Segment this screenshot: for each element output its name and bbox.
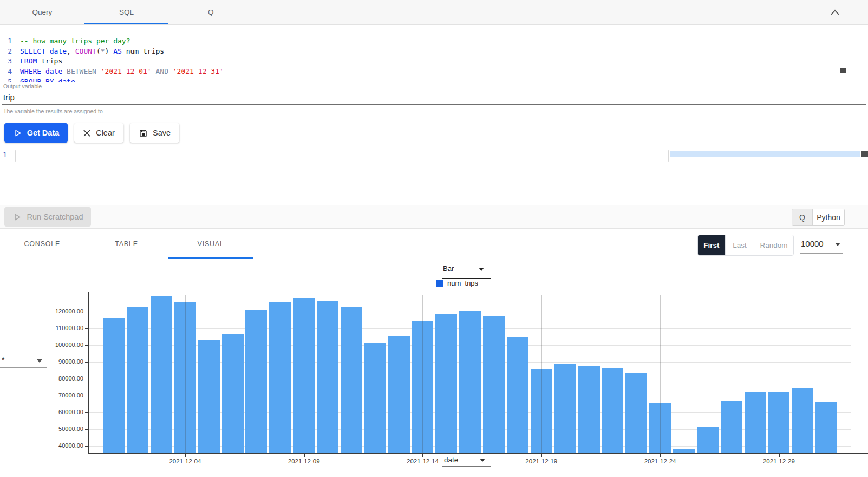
output-variable-input[interactable] [2,91,848,103]
line-number: 5 [0,77,12,82]
x-gridline [185,295,186,453]
x-axis-field-select[interactable]: date [442,455,491,467]
tab-visual[interactable]: VISUAL [168,229,253,259]
tab-table[interactable]: TABLE [84,229,169,259]
clear-label: Clear [96,128,115,137]
chevron-up-icon [829,8,841,17]
tab-console-label: CONSOLE [24,240,60,248]
save-label: Save [153,128,171,137]
x-tick-label: 2021-12-19 [517,458,566,465]
bar [459,311,481,453]
language-toggle-python[interactable]: Python [813,209,844,225]
y-axis-line [88,292,89,454]
bar [103,318,125,453]
row-limit-value: 10000 [801,239,824,248]
y-tick-label: 60000.00 [30,409,83,415]
tab-sql-label: SQL [119,8,134,16]
tab-console[interactable]: CONSOLE [0,229,84,259]
bar [815,402,837,453]
sampling-last-button[interactable]: Last [725,235,754,255]
bar [792,388,813,453]
bar [721,401,742,453]
code-line: 5GROUP BY date [0,77,868,82]
x-tick [185,454,186,457]
tab-table-label: TABLE [115,240,138,248]
output-variable-label: Output variable [3,83,42,89]
y-tick-label: 110000.00 [30,325,83,331]
x-tick [660,454,661,457]
line-number: 1 [0,36,12,47]
x-gridline [779,295,779,453]
x-gridline [660,295,661,453]
tab-q-label: Q [208,8,214,16]
save-button[interactable]: Save [130,123,179,143]
q-label: Q [799,213,805,222]
section-divider [0,146,868,146]
chevron-down-icon [835,243,840,246]
x-tick-label: 2021-12-09 [279,458,328,465]
x-tick [541,454,543,457]
bar [317,301,338,453]
scratchpad-scrollbar-thumb[interactable] [861,151,868,157]
tab-sql[interactable]: SQL [84,0,169,24]
bar [341,307,362,453]
get-data-label: Get Data [27,128,60,137]
bar [483,316,505,453]
run-toolbar: Run Scratchpad Q Python [0,205,868,229]
bar [198,340,220,453]
x-tick-label: 2021-12-04 [161,458,210,465]
active-tab-underline [84,23,169,24]
bar [745,392,766,453]
x-tick-label: 2021-12-24 [636,458,684,465]
save-icon [139,128,148,138]
bar [435,314,457,453]
bar [127,307,148,453]
language-toggle: Q Python [792,209,845,226]
sampling-random-button[interactable]: Random [754,235,793,255]
bar [507,337,528,453]
y-tick-label: 40000.00 [30,442,83,449]
output-variable-underline [2,104,866,105]
x-tick [779,454,780,457]
run-scratchpad-button[interactable]: Run Scratchpad [4,207,91,227]
python-label: Python [817,213,840,222]
x-tick-label: 2021-12-14 [398,458,447,465]
sampling-first-button[interactable]: First [698,235,725,255]
bar [222,334,244,453]
bar [625,373,647,453]
tab-visual-label: VISUAL [198,240,224,248]
x-gridline [541,295,542,453]
y-tick-label: 50000.00 [30,426,83,432]
scratchpad-selection-highlight [670,151,860,157]
query-tab-bar: Query SQL Q [0,0,868,25]
code-line: 2SELECT date, COUNT(*) AS num_trips [0,47,868,57]
scratchpad-input[interactable] [15,150,669,162]
code-line: 3FROM trips [0,56,868,67]
clear-button[interactable]: Clear [74,123,123,143]
line-number: 4 [0,67,12,77]
x-axis-line [88,453,868,454]
get-data-button[interactable]: Get Data [4,123,68,143]
row-limit-select[interactable]: 10000 [800,236,843,254]
bar-chart-plot: 40000.0050000.0060000.0070000.0080000.00… [0,259,868,477]
x-gridline [304,295,304,453]
random-label: Random [760,241,787,249]
sql-code-editor[interactable]: 1-- how many trips per day?2SELECT date,… [0,25,868,82]
sampling-mode-group: First Last Random [697,235,794,256]
language-toggle-q[interactable]: Q [792,209,813,225]
tab-query[interactable]: Query [0,0,84,24]
sql-code-lines: 1-- how many trips per day?2SELECT date,… [0,36,868,82]
visual-chart-panel: Bar num_trips * 40000.0050000.0060000.00… [0,259,868,477]
first-label: First [703,241,719,249]
results-tab-bar: CONSOLE TABLE VISUAL First Last Random 1… [0,228,868,260]
x-tick-label: 2021-12-29 [754,458,803,465]
last-label: Last [733,241,747,249]
close-icon [83,129,91,137]
collapse-panel-button[interactable] [825,4,845,21]
x-tick [304,454,305,457]
tab-q[interactable]: Q [168,0,253,24]
tab-query-label: Query [32,8,52,16]
editor-scrollbar-thumb[interactable] [840,68,846,73]
y-tick-label: 120000.00 [30,308,83,314]
bar [578,366,600,453]
